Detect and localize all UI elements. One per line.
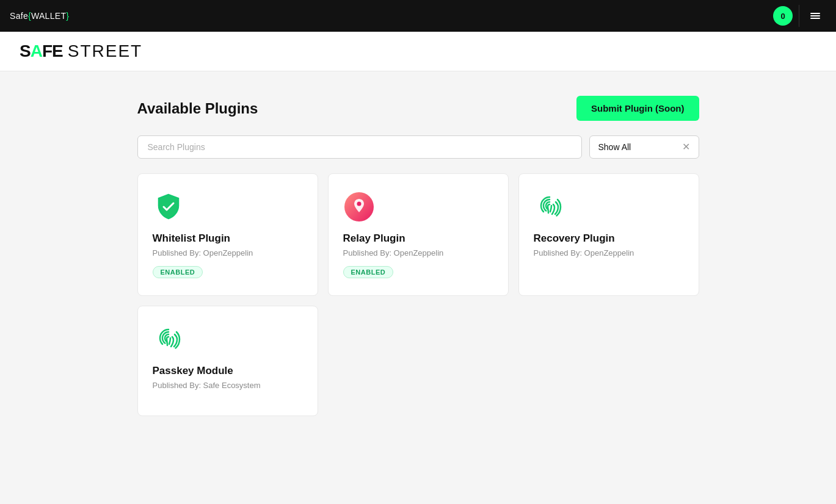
enabled-badge-relay: ENABLED <box>343 266 394 278</box>
main-content: Available Plugins Submit Plugin (Soon) S… <box>0 71 836 441</box>
shield-checkmark-icon <box>154 192 183 221</box>
plugin-icon-whitelist <box>153 191 184 223</box>
plugin-icon-relay <box>343 191 375 223</box>
pin-svg <box>352 199 366 215</box>
plugins-grid: Whitelist Plugin Published By: OpenZeppe… <box>137 173 699 416</box>
plugin-publisher-whitelist: Published By: OpenZeppelin <box>153 248 303 257</box>
logo-fe: FE <box>42 41 63 60</box>
plugin-publisher-passkey: Published By: Safe Ecosystem <box>153 381 303 390</box>
avatar: 0 <box>773 6 793 26</box>
search-filter-row: Show All ✕ <box>137 135 699 159</box>
nav-divider <box>799 5 799 27</box>
brand-wallet: WALLET <box>31 11 66 21</box>
fingerprint2-icon <box>154 325 183 354</box>
plugin-card-recovery[interactable]: Recovery Plugin Published By: OpenZeppel… <box>518 173 699 296</box>
plugin-card-passkey[interactable]: Passkey Module Published By: Safe Ecosys… <box>137 306 318 416</box>
layers-button[interactable] <box>804 5 826 27</box>
navbar-brand: Safe{WALLET} <box>10 11 69 21</box>
fingerprint-icon <box>535 192 564 221</box>
avatar-button[interactable]: 0 <box>772 5 794 27</box>
plugins-container: Available Plugins Submit Plugin (Soon) S… <box>125 96 711 416</box>
plugin-publisher-recovery: Published By: OpenZeppelin <box>534 248 684 257</box>
svg-point-0 <box>357 202 361 206</box>
logo-s: S <box>20 41 31 60</box>
plugin-name-passkey: Passkey Module <box>153 365 303 377</box>
logo: SAFE STREET <box>20 41 816 61</box>
avatar-label: 0 <box>780 12 785 21</box>
search-input-wrapper <box>137 135 582 159</box>
navbar: Safe{WALLET} 0 <box>0 0 836 32</box>
search-input[interactable] <box>137 135 582 159</box>
plugin-name-recovery: Recovery Plugin <box>534 232 684 245</box>
page-title: Available Plugins <box>137 100 258 117</box>
sub-header: SAFE STREET <box>0 32 836 71</box>
filter-clear-button[interactable]: ✕ <box>682 142 690 152</box>
plugin-name-whitelist: Whitelist Plugin <box>153 232 303 245</box>
plugin-card-relay[interactable]: Relay Plugin Published By: OpenZeppelin … <box>328 173 509 296</box>
plugin-icon-passkey <box>153 323 184 355</box>
relay-pin-icon <box>344 192 374 221</box>
navbar-right: 0 <box>772 5 826 27</box>
layers-icon <box>810 13 820 19</box>
logo-street: STREET <box>68 41 142 61</box>
brand-name: Safe <box>10 11 28 21</box>
filter-dropdown[interactable]: Show All ✕ <box>589 135 699 159</box>
logo-safe-text: SAFE <box>20 41 63 61</box>
plugin-card-whitelist[interactable]: Whitelist Plugin Published By: OpenZeppe… <box>137 173 318 296</box>
plugin-name-relay: Relay Plugin <box>343 232 493 245</box>
filter-selected-label: Show All <box>598 142 631 152</box>
plugin-publisher-relay: Published By: OpenZeppelin <box>343 248 493 257</box>
plugin-icon-recovery <box>534 191 565 223</box>
logo-a-green: A <box>31 41 42 60</box>
enabled-badge-whitelist: ENABLED <box>153 266 203 278</box>
submit-plugin-button[interactable]: Submit Plugin (Soon) <box>576 96 699 121</box>
plugins-header: Available Plugins Submit Plugin (Soon) <box>137 96 699 121</box>
brand-bracket-close: } <box>66 11 69 21</box>
